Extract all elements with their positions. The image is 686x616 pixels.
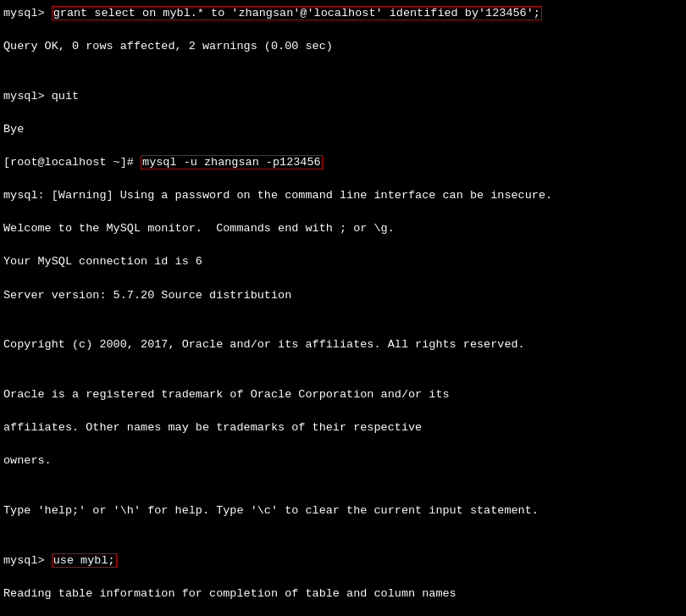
terminal-line: Server version: 5.7.20 Source distributi…	[3, 287, 683, 304]
terminal[interactable]: mysql> grant select on mybl.* to 'zhangs…	[0, 0, 686, 616]
prompt-text: mysql>	[3, 554, 52, 567]
terminal-line: [root@localhost ~]# mysql -u zhangsan -p…	[3, 154, 683, 171]
terminal-line: mysql> use mybl;	[3, 552, 683, 569]
command-text: mysql -u zhangsan -p123456	[141, 155, 323, 169]
command-text: quit	[52, 90, 79, 103]
terminal-line: affiliates. Other names may be trademark…	[3, 419, 683, 436]
prompt-text: mysql>	[3, 90, 52, 103]
prompt-text: [root@localhost ~]#	[3, 156, 141, 169]
terminal-line: Reading table information for completion…	[3, 585, 683, 602]
terminal-line: mysql: [Warning] Using a password on the…	[3, 187, 683, 204]
terminal-line: mysql> quit	[3, 88, 683, 105]
terminal-line: owners.	[3, 452, 683, 469]
command-text: use mybl;	[52, 553, 117, 568]
terminal-line: Query OK, 0 rows affected, 2 warnings (0…	[3, 38, 683, 55]
terminal-line: Type 'help;' or '\h' for help. Type '\c'…	[3, 502, 683, 519]
prompt-text: mysql>	[3, 7, 52, 19]
terminal-line: Copyright (c) 2000, 2017, Oracle and/or …	[3, 336, 683, 353]
terminal-line: mysql> grant select on mybl.* to 'zhangs…	[3, 5, 683, 22]
command-text: grant select on mybl.* to 'zhangsan'@'lo…	[52, 6, 542, 20]
terminal-line: Oracle is a registered trademark of Orac…	[3, 386, 683, 403]
terminal-line: Welcome to the MySQL monitor. Commands e…	[3, 220, 683, 237]
terminal-line: Bye	[3, 121, 683, 138]
terminal-line: Your MySQL connection id is 6	[3, 253, 683, 270]
